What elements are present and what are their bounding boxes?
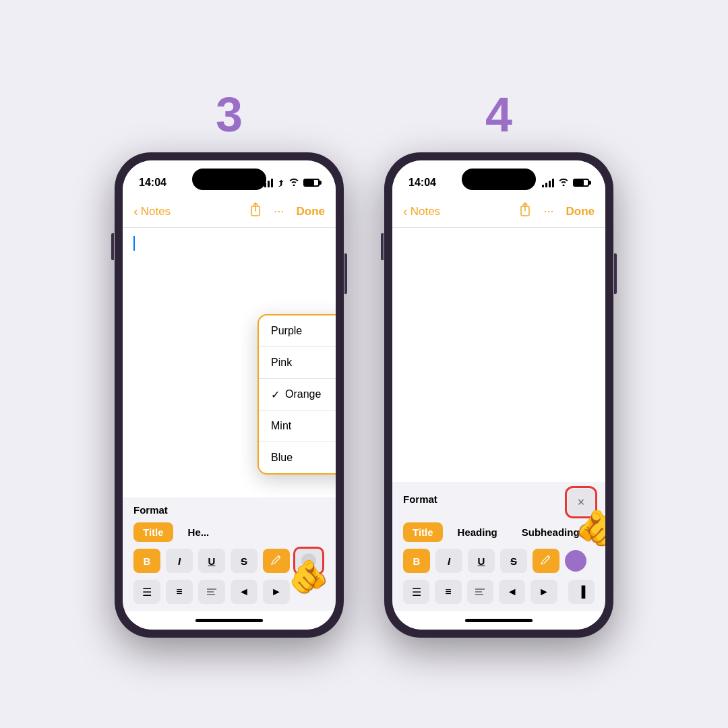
step-3-number: 3 — [216, 90, 243, 139]
strike-btn-4[interactable]: S — [500, 549, 527, 573]
list-btn-4-4[interactable]: ◄ — [499, 580, 525, 604]
done-button-3[interactable]: Done — [297, 205, 326, 218]
style-title-3[interactable]: Title — [133, 522, 173, 542]
format-styles-3: Title He... — [133, 522, 325, 542]
color-picker-dropdown-3: Purple Pink ✓ Orange — [257, 314, 336, 475]
chevron-icon-4: ‹ — [403, 204, 408, 219]
list-btn-4-3[interactable]: ◄ — [231, 580, 257, 604]
time-3: 14:04 — [139, 177, 166, 189]
color-option-orange[interactable]: ✓ Orange — [259, 379, 336, 411]
hand-cursor-3: 🫵 — [289, 558, 329, 596]
dynamic-island-4 — [462, 169, 536, 190]
list-btn-5-3[interactable]: ► — [263, 580, 290, 604]
color-option-mint[interactable]: Mint — [259, 411, 336, 442]
list-btn-3-4[interactable] — [467, 580, 493, 604]
italic-btn-4[interactable]: I — [435, 549, 462, 573]
phone-4: 14:04 ‹ Notes — [384, 152, 613, 638]
blue-label: Blue — [271, 452, 293, 464]
status-icons-4 — [542, 178, 589, 188]
checkmark-icon: ✓ — [271, 388, 280, 401]
pink-label: Pink — [271, 357, 292, 369]
battery-icon-3 — [303, 179, 320, 187]
step-4-container: 4 14:04 — [384, 90, 613, 638]
list-btn-2-3[interactable]: ≡ — [166, 580, 193, 604]
wifi-icon-3: ⮭ — [277, 178, 299, 188]
status-bar-3: 14:04 ⮭ — [123, 160, 336, 195]
color-option-blue[interactable]: Blue — [259, 442, 336, 473]
more-icon-3[interactable]: ··· — [274, 204, 284, 218]
bold-btn-3[interactable]: B — [133, 549, 160, 573]
chevron-icon-3: ‹ — [133, 204, 138, 219]
status-bar-4: 14:04 — [392, 160, 605, 195]
signal-icon-4 — [542, 178, 554, 187]
list-btn-5-4[interactable]: ► — [530, 580, 557, 604]
list-btn-3-3[interactable] — [198, 580, 225, 604]
dynamic-island-3 — [192, 169, 266, 190]
format-actions-4: B I U S — [403, 549, 595, 573]
color-option-pink[interactable]: Pink — [259, 347, 336, 379]
nav-bar-4: ‹ Notes ··· Done — [392, 195, 605, 228]
home-indicator-4 — [392, 611, 605, 630]
home-bar-3 — [195, 619, 263, 622]
format-label-4: Format — [403, 493, 437, 505]
list-btn-2-4[interactable]: ≡ — [435, 580, 461, 604]
step-4-number: 4 — [485, 90, 512, 139]
hand-cursor-4: 🫵 — [575, 508, 605, 549]
style-heading-3[interactable]: He... — [179, 522, 219, 542]
share-icon-3[interactable] — [249, 202, 262, 220]
nav-bar-3: ‹ Notes ··· Done — [123, 195, 336, 228]
format-list-row-4: ☰ ≡ ◄ ► ▐ — [403, 580, 595, 604]
pencil-btn-4[interactable] — [533, 549, 559, 573]
orange-label: Orange — [285, 388, 321, 400]
more-icon-4[interactable]: ··· — [543, 204, 553, 218]
nav-actions-4: ··· Done — [519, 202, 595, 220]
home-bar-4 — [465, 619, 533, 622]
home-indicator-3 — [123, 611, 336, 630]
wifi-icon-4 — [558, 178, 569, 188]
time-4: 14:04 — [408, 177, 436, 189]
list-btn-1-3[interactable]: ☰ — [133, 580, 160, 604]
pencil-btn-3[interactable] — [263, 549, 290, 573]
list-btn-1-4[interactable]: ☰ — [403, 580, 429, 604]
purple-label: Purple — [271, 325, 302, 337]
purple-dot-btn-4[interactable] — [565, 550, 586, 572]
back-button-3[interactable]: ‹ Notes — [133, 204, 171, 219]
list-btn-6-4[interactable]: ▐ — [568, 580, 595, 604]
underline-btn-3[interactable]: U — [198, 549, 225, 573]
back-button-4[interactable]: ‹ Notes — [403, 204, 440, 219]
step-3-container: 3 14:04 ⮭ — [115, 90, 344, 638]
color-option-purple[interactable]: Purple — [259, 315, 336, 347]
strike-btn-3[interactable]: S — [231, 549, 257, 573]
style-heading-4[interactable]: Heading — [448, 522, 507, 542]
share-icon-4[interactable] — [519, 202, 531, 220]
nav-actions-3: ··· Done — [249, 202, 325, 220]
format-styles-4: Title Heading Subheading Body — [403, 522, 595, 542]
nav-notes-3: Notes — [141, 205, 171, 218]
nav-notes-4: Notes — [411, 205, 440, 218]
format-label-3: Format — [133, 504, 325, 516]
battery-icon-4 — [573, 179, 589, 187]
status-icons-3: ⮭ — [261, 178, 320, 188]
done-button-4[interactable]: Done — [566, 205, 595, 218]
mint-label: Mint — [271, 420, 291, 432]
italic-btn-3[interactable]: I — [166, 549, 193, 573]
note-content-4[interactable] — [392, 228, 605, 482]
underline-btn-4[interactable]: U — [468, 549, 495, 573]
phone-3: 14:04 ⮭ ‹ Notes — [115, 152, 344, 638]
style-title-4[interactable]: Title — [403, 522, 443, 542]
cursor-3 — [133, 236, 135, 251]
bold-btn-4[interactable]: B — [403, 549, 430, 573]
format-bar-4: Format × Title Heading Subheading Body B… — [392, 482, 605, 611]
